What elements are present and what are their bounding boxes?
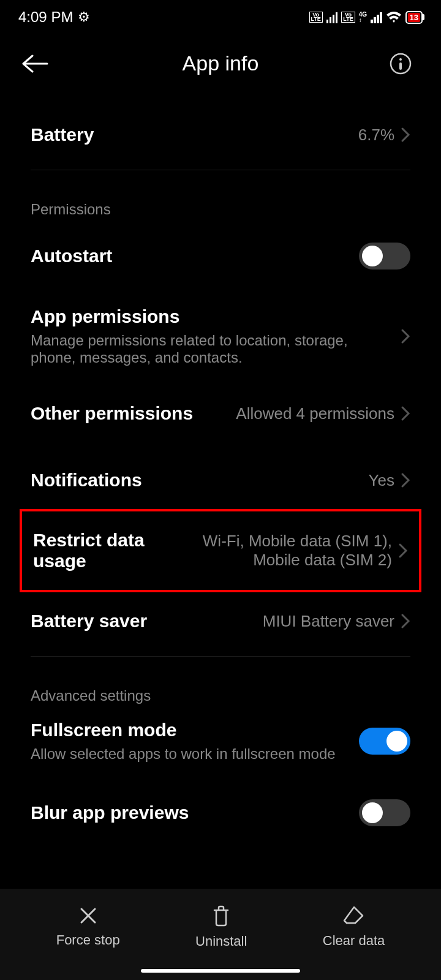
force-stop-label: Force stop <box>56 932 120 948</box>
chevron-right-icon <box>401 613 410 629</box>
eraser-icon <box>342 905 366 927</box>
row-blur-previews[interactable]: Blur app previews <box>0 781 441 826</box>
other-permissions-value: Allowed 4 permissions <box>236 404 394 423</box>
highlighted-row: Restrict data usage Wi-Fi, Mobile data (… <box>20 509 421 592</box>
force-stop-button[interactable]: Force stop <box>56 905 120 948</box>
battery-icon: 13 <box>405 11 423 24</box>
battery-value: 6.7% <box>358 126 394 145</box>
row-app-permissions[interactable]: App permissions Manage permissions relat… <box>0 288 441 385</box>
fullscreen-sub: Allow selected apps to work in fullscree… <box>31 745 347 763</box>
chevron-right-icon <box>401 405 410 421</box>
blur-toggle[interactable] <box>359 799 410 826</box>
notifications-label: Notifications <box>31 470 142 491</box>
trash-icon <box>211 904 232 927</box>
back-button[interactable] <box>21 55 52 73</box>
chevron-right-icon <box>401 328 410 344</box>
signal-icon-2 <box>371 11 382 23</box>
app-permissions-sub: Manage permissions related to location, … <box>31 332 388 366</box>
battery-saver-label: Battery saver <box>31 611 147 631</box>
svg-point-1 <box>399 58 402 61</box>
row-autostart[interactable]: Autostart <box>0 224 441 288</box>
home-indicator[interactable] <box>141 969 300 973</box>
row-battery-saver[interactable]: Battery saver MIUI Battery saver <box>0 592 441 650</box>
svg-rect-2 <box>399 62 402 70</box>
bottom-action-bar: Force stop Uninstall Clear data <box>0 889 441 980</box>
restrict-data-label: Restrict data usage <box>33 530 190 571</box>
row-fullscreen[interactable]: Fullscreen mode Allow selected apps to w… <box>0 710 441 781</box>
close-icon <box>78 905 99 926</box>
header-bar: App info <box>0 33 441 88</box>
fullscreen-toggle[interactable] <box>359 728 410 755</box>
app-permissions-label: App permissions <box>31 306 388 327</box>
battery-saver-value: MIUI Battery saver <box>263 612 394 631</box>
clear-data-label: Clear data <box>323 933 385 949</box>
autostart-label: Autostart <box>31 246 112 266</box>
blur-label: Blur app previews <box>31 802 189 823</box>
chevron-right-icon <box>398 543 408 559</box>
volte-icon-1: VoLTE <box>309 12 323 23</box>
volte-icon-2: VoLTE <box>341 12 355 23</box>
chevron-right-icon <box>401 127 410 143</box>
other-permissions-label: Other permissions <box>31 403 193 424</box>
battery-label: Battery <box>31 124 94 145</box>
info-button[interactable] <box>389 52 420 75</box>
status-time: 4:09 PM <box>18 9 73 26</box>
notifications-value: Yes <box>369 471 394 490</box>
row-other-permissions[interactable]: Other permissions Allowed 4 permissions <box>0 385 441 442</box>
uninstall-button[interactable]: Uninstall <box>195 904 247 949</box>
chevron-right-icon <box>401 472 410 488</box>
fullscreen-label: Fullscreen mode <box>31 720 347 741</box>
uninstall-label: Uninstall <box>195 933 247 949</box>
section-permissions: Permissions <box>0 176 441 224</box>
section-advanced: Advanced settings <box>0 663 441 710</box>
clear-data-button[interactable]: Clear data <box>323 905 385 949</box>
restrict-data-value: Wi-Fi, Mobile data (SIM 1), Mobile data … <box>190 532 392 570</box>
gear-icon: ⚙ <box>78 9 90 25</box>
divider <box>31 656 410 657</box>
status-bar: 4:09 PM ⚙ VoLTE VoLTE 4G↕ 13 <box>0 0 441 33</box>
page-title: App info <box>52 51 389 75</box>
signal-icon-1 <box>326 11 338 23</box>
row-battery[interactable]: Battery 6.7% <box>0 88 441 164</box>
row-notifications[interactable]: Notifications Yes <box>0 442 441 509</box>
autostart-toggle[interactable] <box>359 243 410 270</box>
wifi-icon <box>386 11 402 23</box>
row-restrict-data[interactable]: Restrict data usage Wi-Fi, Mobile data (… <box>22 511 419 590</box>
divider <box>31 170 410 170</box>
network-4g-icon: 4G↕ <box>359 12 367 23</box>
